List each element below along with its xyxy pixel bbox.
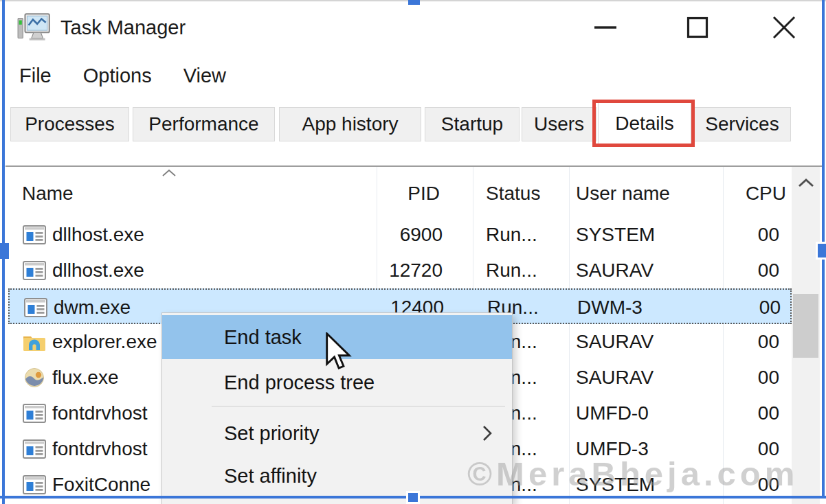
application-icon [24,297,47,318]
chevron-up-icon [798,179,814,187]
window-title: Task Manager [60,16,186,39]
process-name: dllhost.exe [52,253,144,288]
application-icon [23,474,46,495]
title-bar: Task Manager [5,1,821,56]
selection-handle-left[interactable] [0,243,9,259]
application-icon [23,403,46,424]
annotation-red-box [592,100,695,147]
process-name: flux.exe [52,360,119,396]
cell-username: UMFD-0 [569,396,723,431]
menu-bar: FileOptionsView [5,60,226,91]
submenu-arrow-icon [482,424,493,442]
task-manager-icon [16,12,52,44]
cell-pid: 6900 [377,217,473,253]
header-name[interactable]: Name [8,167,377,216]
cell-cpu: 00 [723,253,792,288]
file-explorer-icon [23,332,46,352]
header-pid[interactable]: PID [377,167,473,216]
cell-cpu: 00 [723,324,792,360]
cell-username: SAURAV [569,253,723,288]
process-name: explorer.exe [52,324,157,360]
header-username[interactable]: User name [569,167,723,216]
application-icon [23,225,46,245]
task-manager-window: Task Manager FileOptionsView ProcessesPe… [0,0,826,504]
tab-processes[interactable]: Processes [10,107,129,141]
menu-item-set-affinity[interactable]: Set affinity [162,457,512,495]
mouse-cursor-icon [323,332,353,372]
application-icon [23,260,46,281]
flux-icon [23,367,46,388]
menubar-item-file[interactable]: File [19,65,52,87]
selection-handle-right[interactable] [816,242,826,260]
cell-cpu: 00 [723,217,792,253]
process-name: fontdrvhost [52,396,148,431]
vertical-scrollbar[interactable] [792,167,820,504]
close-button[interactable] [766,11,803,44]
cell-status: Run... [473,253,569,288]
close-icon [772,15,796,40]
cell-cpu: 00 [723,396,792,431]
selection-handle-top[interactable] [408,0,420,5]
cell-pid: 12720 [377,253,473,288]
process-name: dllhost.exe [52,217,144,253]
cell-username: SAURAV [569,360,723,396]
menu-item-set-priority[interactable]: Set priority [162,414,512,453]
table-header: Name PID Status User name CPU [8,167,792,216]
tab-services[interactable]: Services [693,107,791,141]
table-row-dllhost-exe[interactable]: dllhost.exe12720Run...SAURAV00 [8,253,792,288]
menu-separator [212,406,505,407]
scroll-up-button[interactable] [792,167,820,198]
cell-status: Run... [473,217,569,253]
maximize-button[interactable] [679,11,716,44]
header-cpu[interactable]: CPU [723,167,792,216]
header-status[interactable]: Status [473,167,569,216]
cell-username: SAURAV [569,324,723,360]
cell-name: dllhost.exe [8,253,377,288]
menubar-item-options[interactable]: Options [83,65,152,87]
minimize-icon [594,25,617,30]
selection-handle-bottom[interactable] [406,491,420,504]
cell-username: SYSTEM [569,217,723,253]
cell-username: DWM-3 [570,290,724,325]
tab-app-history[interactable]: App history [279,107,421,141]
minimize-button[interactable] [587,11,624,44]
process-name: fontdrvhost [52,431,148,467]
cell-cpu: 00 [723,360,792,396]
application-icon [23,439,46,459]
cell-cpu: 00 [724,290,793,325]
menubar-item-view[interactable]: View [183,65,226,87]
tab-startup[interactable]: Startup [425,107,520,141]
watermark: ©MeraBheja.com [467,455,799,493]
cell-name: dllhost.exe [8,217,377,253]
table-row-dllhost-exe[interactable]: dllhost.exe6900Run...SYSTEM00 [8,217,792,253]
scrollbar-thumb[interactable] [793,294,818,358]
tab-users[interactable]: Users [522,107,596,141]
maximize-icon [687,16,708,38]
tab-performance[interactable]: Performance [133,107,275,141]
process-name: dwm.exe [54,290,131,325]
